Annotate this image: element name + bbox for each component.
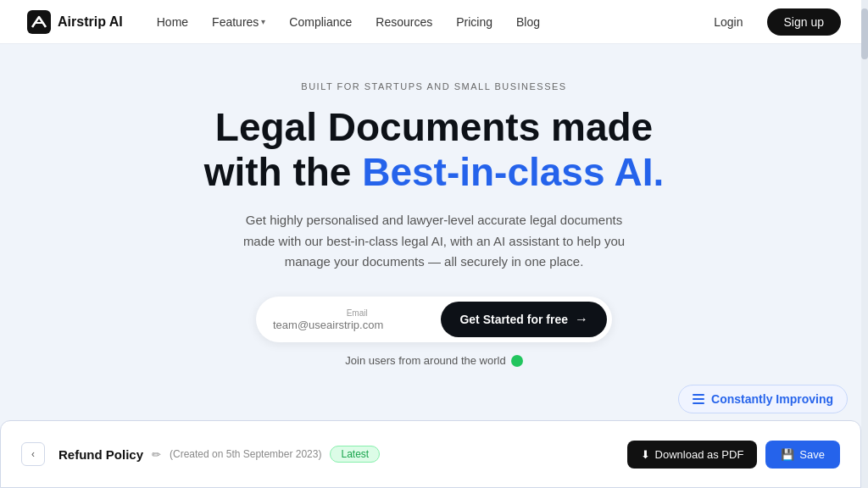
download-icon: ⬇ — [641, 448, 650, 461]
doc-badge: Latest — [330, 446, 380, 463]
document-panel: ‹ Refund Policy ✏ (Created on 5th Septem… — [0, 420, 861, 488]
panel-back-button[interactable]: ‹ — [21, 442, 45, 466]
login-button[interactable]: Login — [704, 10, 753, 34]
save-button[interactable]: 💾 Save — [765, 441, 840, 469]
save-icon: 💾 — [781, 448, 794, 461]
hero-eyebrow: BUILT FOR STARTUPS AND SMALL BUSINESSES — [301, 81, 566, 92]
download-button[interactable]: ⬇ Download as PDF — [627, 441, 758, 469]
panel-actions: ⬇ Download as PDF 💾 Save — [627, 441, 840, 469]
cta-button[interactable]: Get Started for free → — [441, 302, 607, 337]
menu-icon — [693, 394, 704, 404]
navbar: Airstrip AI Home Features ▾ Compliance R… — [0, 0, 868, 44]
logo-link[interactable]: Airstrip AI — [27, 10, 123, 34]
edit-icon[interactable]: ✏ — [152, 448, 161, 461]
email-form: Email Get Started for free → — [256, 297, 612, 342]
email-field-wrapper: Email — [273, 308, 441, 331]
hero-section: BUILT FOR STARTUPS AND SMALL BUSINESSES … — [0, 44, 868, 367]
logo-icon — [27, 10, 51, 34]
nav-blog[interactable]: Blog — [516, 15, 540, 29]
email-input[interactable] — [273, 319, 441, 331]
logo-text: Airstrip AI — [58, 14, 123, 30]
arrow-icon: → — [575, 312, 588, 327]
nav-links: Home Features ▾ Compliance Resources Pri… — [157, 15, 704, 29]
hero-highlight: Best-in-class AI. — [362, 150, 664, 194]
scrollbar-thumb[interactable] — [861, 8, 868, 59]
doc-info: Refund Policy ✏ (Created on 5th Septembe… — [58, 446, 614, 463]
nav-compliance[interactable]: Compliance — [289, 15, 352, 29]
nav-home[interactable]: Home — [157, 15, 188, 29]
hero-description: Get highly personalised and lawyer-level… — [231, 210, 637, 273]
chevron-down-icon: ▾ — [261, 17, 265, 26]
social-proof: Join users from around the world — [345, 354, 522, 367]
email-label: Email — [273, 308, 441, 318]
doc-title: Refund Policy — [58, 447, 143, 462]
nav-resources[interactable]: Resources — [376, 15, 432, 29]
signup-button[interactable]: Sign up — [767, 8, 841, 36]
doc-meta: (Created on 5th September 2023) — [170, 448, 321, 460]
improving-label: Constantly Improving — [711, 392, 833, 406]
nav-features[interactable]: Features ▾ — [212, 15, 265, 29]
nav-actions: Login Sign up — [704, 8, 841, 36]
improving-badge: Constantly Improving — [678, 385, 848, 413]
hero-title: Legal Documents made with the Best-in-cl… — [204, 105, 665, 195]
globe-icon — [511, 355, 523, 367]
scrollbar[interactable] — [861, 0, 868, 488]
nav-pricing[interactable]: Pricing — [456, 15, 492, 29]
